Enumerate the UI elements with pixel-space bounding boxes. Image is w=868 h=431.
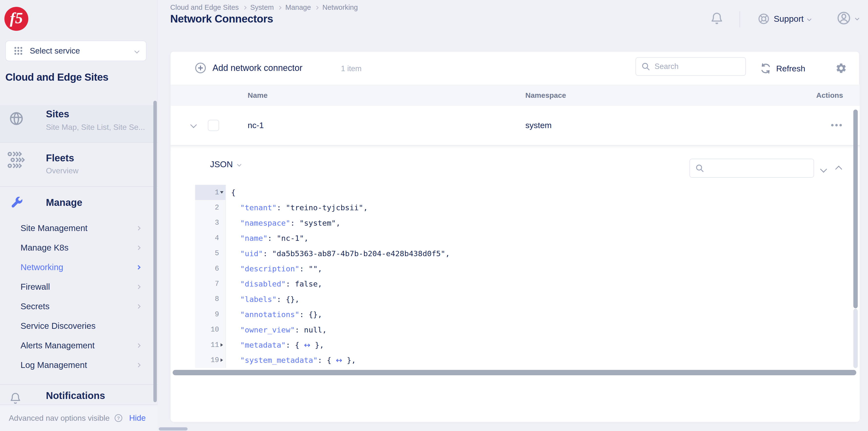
row-expand-chevron-icon[interactable] (190, 121, 197, 128)
sidebar-footer: Advanced nav options visible ? Hide (0, 405, 158, 431)
help-icon[interactable]: ? (114, 413, 123, 423)
sidebar: f5 Select service Cloud and Edge Sites S… (0, 0, 158, 431)
f5-logo[interactable]: f5 (4, 7, 28, 31)
vertical-scrollbar[interactable] (854, 110, 858, 308)
expanded-row-panel: JSON 1{2 "tenant": "treino-tyjcbsii",3 "… (170, 145, 860, 422)
main-area: Cloud and Edge SitesSystemManageNetworki… (158, 0, 868, 431)
fold-toggle-icon[interactable] (219, 190, 224, 195)
sidebar-subitem-service-discoveries[interactable]: Service Discoveries (0, 316, 158, 336)
sidebar-subitem-site-management[interactable]: Site Management (0, 218, 158, 238)
code-line: 9 "annotations": {}, (170, 307, 860, 322)
find-next-chevron-icon[interactable] (820, 166, 827, 173)
json-mode-dropdown[interactable]: JSON (210, 160, 241, 169)
svg-text:?: ? (117, 415, 120, 421)
search-icon (695, 163, 705, 173)
code-line: 19 "system_metadata": { ↔ }, (170, 352, 860, 368)
code-text: "name": "nc-1", (231, 231, 308, 246)
table-header: Name Namespace Actions (170, 85, 860, 106)
table-row[interactable]: nc-1 system (170, 106, 860, 145)
gutter-cell: 7 (195, 276, 226, 291)
sidebar-subitem-alerts-management[interactable]: Alerts Management (0, 336, 158, 355)
code-line: 5 "uid": "da5b5363-ab87-4b7b-b204-e428b4… (170, 246, 860, 261)
breadcrumb-item[interactable]: System (250, 3, 274, 11)
page-title: Network Connectors (170, 13, 273, 25)
sidebar-subitem-manage-k8s[interactable]: Manage K8s (0, 238, 158, 257)
breadcrumb-item[interactable]: Cloud and Edge Sites (170, 3, 239, 11)
plus-circle-icon (194, 61, 207, 75)
support-menu[interactable]: Support (757, 12, 811, 25)
json-code-editor[interactable]: 1{2 "tenant": "treino-tyjcbsii",3 "names… (170, 185, 860, 368)
search-icon (641, 62, 651, 71)
fold-toggle-icon[interactable] (219, 342, 224, 348)
gutter-cell: 1 (195, 185, 226, 200)
avatar-icon (836, 10, 851, 26)
code-text: { (231, 185, 236, 200)
sidebar-subitem-label: Firewall (21, 282, 50, 292)
sidebar-item-sites[interactable]: Sites Site Map, Site List, Site Se... (0, 105, 158, 142)
chevron-down-icon (807, 17, 811, 21)
network-connectors-card: Add network connector 1 item Refresh (170, 51, 860, 422)
sidebar-item-manage[interactable]: Manage (0, 186, 158, 216)
line-number: 9 (215, 311, 219, 319)
row-checkbox[interactable] (208, 120, 219, 131)
row-actions-menu[interactable] (831, 124, 842, 126)
code-text: "tenant": "treino-tyjcbsii", (231, 200, 368, 215)
find-prev-chevron-icon[interactable] (835, 166, 842, 173)
sidebar-scrollbar[interactable] (153, 101, 157, 402)
sidebar-subitem-label: Alerts Management (21, 341, 95, 350)
fold-spacer (219, 266, 224, 271)
line-number: 10 (211, 326, 219, 334)
gutter-cell: 11 (195, 337, 226, 352)
gutter-cell: 9 (195, 307, 226, 322)
line-number: 4 (215, 234, 219, 242)
code-text: "owner_view": null, (231, 322, 327, 337)
code-line: 7 "disabled": false, (170, 276, 860, 291)
globe-icon (8, 111, 24, 126)
code-text: "labels": {}, (231, 292, 300, 307)
breadcrumb-item[interactable]: Manage (285, 3, 311, 11)
chevron-right-icon (136, 246, 141, 250)
code-text: "disabled": false, (231, 276, 322, 291)
breadcrumb-item[interactable]: Networking (322, 3, 358, 11)
sidebar-subitem-log-management[interactable]: Log Management (0, 355, 158, 375)
hide-link[interactable]: Hide (129, 413, 146, 423)
f5-logo-text: f5 (10, 10, 23, 26)
column-header-actions: Actions (816, 91, 843, 99)
gutter-cell: 4 (195, 231, 226, 246)
chevron-right-icon (136, 226, 141, 230)
account-menu[interactable] (836, 10, 859, 26)
chevron-right-icon (136, 343, 141, 348)
page-horizontal-scrollbar[interactable] (159, 427, 188, 431)
sidebar-item-notifications[interactable]: Notifications (0, 384, 158, 405)
gutter-cell: 10 (195, 322, 226, 337)
gutter-cell: 8 (195, 292, 226, 307)
code-text: "namespace": "system", (231, 216, 340, 231)
search-input[interactable] (655, 62, 745, 71)
app: f5 Select service Cloud and Edge Sites S… (0, 0, 868, 431)
select-service-dropdown[interactable]: Select service (5, 40, 147, 61)
notifications-bell-button[interactable] (710, 11, 724, 26)
chevron-down-icon (237, 162, 242, 167)
sidebar-subitem-networking[interactable]: Networking (0, 257, 158, 277)
add-network-connector-button[interactable]: Add network connector (194, 61, 302, 75)
line-number: 7 (215, 280, 219, 288)
select-service-label: Select service (30, 46, 135, 56)
gutter-cell: 19 (195, 352, 226, 368)
code-line: 1{ (170, 185, 860, 200)
sidebar-subitem-secrets[interactable]: Secrets (0, 296, 158, 316)
json-search-input[interactable] (709, 164, 813, 173)
refresh-button[interactable]: Refresh (760, 62, 805, 75)
sidebar-subitem-firewall[interactable]: Firewall (0, 277, 158, 296)
code-text: "annotations": {}, (231, 307, 322, 322)
line-number: 6 (215, 265, 219, 273)
sidebar-submenu: Site ManagementManage K8sNetworkingFirew… (0, 218, 158, 375)
sidebar-item-fleets[interactable]: Fleets Overview (0, 142, 158, 186)
code-text: "uid": "da5b5363-ab87-4b7b-b204-e428b438… (231, 246, 450, 261)
line-number: 5 (215, 249, 219, 257)
support-label: Support (774, 14, 804, 24)
horizontal-scrollbar[interactable] (173, 370, 856, 375)
settings-gear-button[interactable] (835, 62, 847, 74)
gutter-cell: 3 (195, 216, 226, 231)
fold-spacer (219, 281, 224, 287)
fold-toggle-icon[interactable] (219, 357, 224, 363)
